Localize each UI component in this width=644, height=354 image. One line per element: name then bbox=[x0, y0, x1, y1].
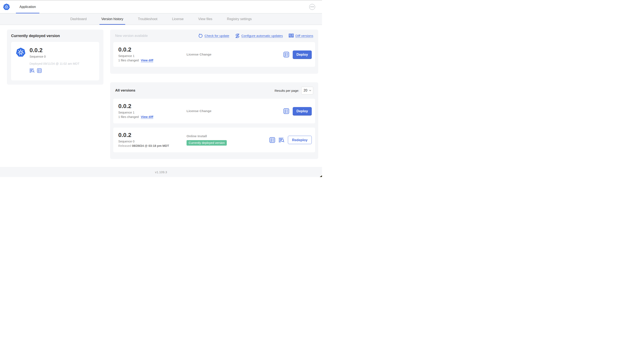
auto-update-clock-icon bbox=[235, 34, 240, 38]
preflight-checks-button[interactable] bbox=[37, 68, 42, 73]
version-sequence: Sequence 1 bbox=[118, 111, 186, 114]
version-sequence: Sequence 1 bbox=[118, 54, 186, 58]
version-row: 0.0.2 Sequence 0 Released 08/29/24 @ 03:… bbox=[113, 128, 315, 152]
new-version-title: New version available bbox=[115, 34, 148, 38]
version-history-content: Currently deployed version 0.0.2 Sequenc… bbox=[0, 25, 322, 167]
preflight-checklist-icon bbox=[284, 108, 289, 114]
app-subnav: Dashboard Version history Troubleshoot L… bbox=[0, 14, 322, 25]
logs-icon bbox=[30, 68, 34, 73]
version-source: Online Install bbox=[186, 134, 270, 138]
version-number: 0.0.2 bbox=[118, 103, 186, 110]
version-number: 0.0.2 bbox=[118, 46, 186, 53]
released-label: Released bbox=[118, 144, 131, 147]
files-changed: 1 files changed bbox=[118, 115, 139, 119]
tab-view-files[interactable]: View files bbox=[196, 14, 214, 25]
diff-versions-link[interactable]: Diff versions bbox=[289, 34, 313, 38]
deploy-logs-button[interactable] bbox=[279, 137, 284, 143]
tab-dashboard[interactable]: Dashboard bbox=[68, 14, 88, 25]
redeploy-button[interactable]: Redeploy bbox=[288, 136, 312, 144]
app-header: Application bbox=[0, 1, 322, 14]
all-versions-title: All versions bbox=[115, 88, 135, 93]
currently-deployed-card: 0.0.2 Sequence 0 Deployed 09/11/24 @ 11:… bbox=[11, 42, 99, 81]
version-source: License Change bbox=[186, 53, 284, 56]
new-version-row: 0.0.2 Sequence 1 1 files changed View di… bbox=[113, 42, 315, 67]
tab-registry-settings[interactable]: Registry settings bbox=[225, 14, 254, 25]
released-timestamp: 08/29/24 @ 03:18 pm MDT bbox=[132, 144, 169, 147]
logs-icon bbox=[279, 137, 284, 143]
deploy-button[interactable]: Deploy bbox=[293, 51, 312, 59]
current-version-sequence: Sequence 0 bbox=[30, 55, 79, 58]
version-number: 0.0.2 bbox=[118, 132, 186, 138]
preflight-checklist-icon bbox=[284, 52, 289, 57]
current-version-deployed-timestamp: Deployed 09/11/24 @ 11:02 am MDT bbox=[30, 62, 79, 65]
currently-deployed-title: Currently deployed version bbox=[11, 34, 99, 38]
page-footer: v1.109.3 bbox=[0, 167, 322, 177]
view-diff-link[interactable]: View diff bbox=[141, 115, 153, 119]
new-version-panel: New version available Check for update C… bbox=[110, 30, 318, 74]
refresh-icon bbox=[198, 34, 203, 38]
current-version-number: 0.0.2 bbox=[30, 47, 79, 54]
preflight-checks-button[interactable] bbox=[284, 52, 289, 57]
files-changed: 1 files changed bbox=[118, 59, 139, 62]
version-source: License Change bbox=[186, 109, 284, 113]
kubernetes-logo-icon bbox=[3, 3, 10, 11]
check-for-update-link[interactable]: Check for update bbox=[198, 34, 229, 38]
version-sequence: Sequence 0 bbox=[118, 140, 186, 143]
results-per-page-label: Results per page: bbox=[274, 89, 299, 92]
currently-deployed-panel: Currently deployed version 0.0.2 Sequenc… bbox=[7, 30, 104, 85]
results-per-page-select[interactable]: 20 bbox=[301, 87, 313, 95]
preflight-checklist-icon bbox=[37, 68, 42, 73]
app-tab[interactable]: Application bbox=[16, 1, 39, 13]
versions-column: New version available Check for update C… bbox=[110, 30, 318, 159]
version-row: 0.0.2 Sequence 1 1 files changed View di… bbox=[113, 99, 315, 123]
tab-troubleshoot[interactable]: Troubleshoot bbox=[136, 14, 159, 25]
preflight-checks-button[interactable] bbox=[284, 108, 289, 114]
view-diff-link[interactable]: View diff bbox=[141, 59, 153, 62]
more-menu-button[interactable] bbox=[309, 4, 315, 10]
currently-deployed-badge: Currently deployed version bbox=[186, 140, 227, 146]
app-icon-kubernetes bbox=[16, 47, 26, 57]
app-tab-label: Application bbox=[20, 5, 36, 9]
admin-console-page: Application Dashboard Version history Tr… bbox=[0, 0, 322, 177]
deploy-button[interactable]: Deploy bbox=[293, 107, 312, 115]
preflight-checklist-icon bbox=[270, 137, 275, 143]
tab-version-history[interactable]: Version history bbox=[100, 14, 125, 25]
diff-icon bbox=[289, 34, 294, 38]
cursor-artifact bbox=[320, 175, 322, 177]
ellipsis-icon bbox=[310, 7, 311, 7]
configure-automatic-updates-link[interactable]: Configure automatic updates bbox=[235, 34, 283, 38]
all-versions-panel: All versions Results per page: 20 0.0.2 … bbox=[110, 82, 318, 159]
chevron-down-icon bbox=[309, 90, 311, 91]
deploy-logs-button[interactable] bbox=[30, 68, 34, 73]
admin-console-version: v1.109.3 bbox=[155, 170, 167, 174]
preflight-checks-button[interactable] bbox=[270, 137, 275, 143]
tab-license[interactable]: License bbox=[170, 14, 186, 25]
